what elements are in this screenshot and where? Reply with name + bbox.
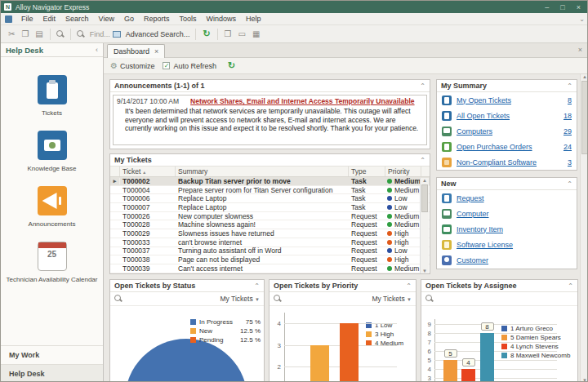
summary-item-link[interactable]: My Open Tickets xyxy=(457,96,511,104)
new-item-request[interactable]: Request xyxy=(437,190,577,206)
priority-label: Medium xyxy=(394,212,419,220)
sidebar-item-technician-availability-calendar[interactable]: Technician Availability Calendar xyxy=(1,242,103,283)
summary-item-computers[interactable]: Computers29 xyxy=(437,123,577,139)
menu-item-reports[interactable]: Reports xyxy=(139,14,175,24)
summary-item-link[interactable]: Computers xyxy=(457,127,492,135)
new-item-customer[interactable]: Customer xyxy=(437,252,577,268)
new-item-link[interactable]: Request xyxy=(457,194,484,202)
column-header-priority[interactable]: Priority xyxy=(385,167,421,176)
minimize-button[interactable]: – xyxy=(545,3,549,11)
menu-item-view[interactable]: View xyxy=(94,14,119,24)
summary-item-non-compliant-software[interactable]: Non-Compliant Software3 xyxy=(437,154,577,170)
menu-item-tools[interactable]: Tools xyxy=(174,14,201,24)
column-header-ticket[interactable]: Ticket▴ xyxy=(120,167,176,176)
tab-dashboard[interactable]: Dashboard × xyxy=(107,44,165,58)
collapse-icon[interactable]: ⌃ xyxy=(567,82,572,90)
menu-item-search[interactable]: Search xyxy=(60,14,94,24)
paste-icon[interactable]: ▤ xyxy=(32,28,46,40)
new-item-computer[interactable]: Computer xyxy=(437,206,577,221)
new-item-link[interactable]: Computer xyxy=(457,210,489,218)
sidebar-item-announcements[interactable]: Announcements xyxy=(1,186,103,228)
table-row[interactable]: T000004Prepare server room for Titan Ser… xyxy=(110,186,430,195)
table-row[interactable]: T000033can't browse internetRequestHigh xyxy=(110,238,430,247)
summary-item-link[interactable]: Non-Compliant Software xyxy=(457,158,537,167)
table-row[interactable]: T000038Page can not be displayedRequestH… xyxy=(110,255,430,264)
announcement-title-link[interactable]: Network Shares, Email and Internet Acces… xyxy=(190,97,414,105)
table-scrollbar[interactable]: ▲▼ xyxy=(420,178,429,273)
scrollbar-thumb[interactable] xyxy=(581,81,588,154)
table-row[interactable]: ▸T000002Backup Titan server prior to mov… xyxy=(110,177,430,186)
window-view-icon[interactable]: ▦ xyxy=(249,28,263,40)
new-item-link[interactable]: Customer xyxy=(457,256,488,264)
summary-item-count[interactable]: 24 xyxy=(564,143,572,151)
close-button[interactable]: × xyxy=(577,3,581,11)
sidebar-tab-my-work[interactable]: My Work xyxy=(1,345,103,364)
menu-item-edit[interactable]: Edit xyxy=(38,14,61,24)
summary-item-link[interactable]: All Open Tickets xyxy=(457,112,510,120)
collapse-icon[interactable]: ‹ xyxy=(96,46,98,54)
status-filter-dropdown[interactable]: My Tickets ▼ xyxy=(220,295,260,303)
summary-item-open-purchase-orders[interactable]: Open Purchase Orders24 xyxy=(437,139,577,154)
summary-item-count[interactable]: 3 xyxy=(568,158,572,167)
preview-icon[interactable] xyxy=(56,30,65,38)
sidebar-item-knowledge-base[interactable]: Knowledge Base xyxy=(1,131,103,172)
summary-item-count[interactable]: 18 xyxy=(564,112,572,120)
table-row[interactable]: T000039Can't access internetRequestMediu… xyxy=(110,264,430,273)
summary-item-count[interactable]: 29 xyxy=(564,127,572,135)
summary-item-all-open-tickets[interactable]: All Open Tickets18 xyxy=(437,108,577,123)
collapse-icon[interactable]: ⌃ xyxy=(406,282,412,290)
status-chart-panel: Open Tickets by Status ⌃ My Tickets ▼ In… xyxy=(109,279,265,382)
column-header-type[interactable]: Type xyxy=(349,167,385,176)
content-scrollbar[interactable]: ▲▼ xyxy=(580,74,588,382)
collapse-icon[interactable]: ⌃ xyxy=(567,180,572,188)
sidebar-item-tickets[interactable]: Tickets xyxy=(1,75,103,117)
cell-type: Request xyxy=(349,220,385,229)
column-header-summary[interactable]: Summary xyxy=(176,167,349,176)
cut-icon[interactable]: ✂ xyxy=(5,28,18,40)
maximize-button[interactable]: □ xyxy=(560,3,564,11)
search-icon[interactable] xyxy=(274,295,282,303)
priority-label: Medium xyxy=(394,220,419,229)
refresh-icon[interactable]: ↻ xyxy=(225,60,238,71)
collapse-icon[interactable]: ⌃ xyxy=(420,157,425,164)
priority-filter-dropdown[interactable]: My Tickets ▼ xyxy=(372,295,412,303)
table-row[interactable]: T000028Machine slowness again!RequestMed… xyxy=(110,220,430,229)
my-summary-header: My Summary xyxy=(441,82,487,90)
new-item-link[interactable]: Inventory Item xyxy=(457,225,503,233)
collapse-icon[interactable]: ⌃ xyxy=(568,282,573,290)
table-row[interactable]: T000007Replace LaptopTaskLow xyxy=(110,203,430,212)
customize-button[interactable]: Customize xyxy=(120,62,155,70)
announcement-date: 9/14/2017 10:00 AM xyxy=(117,97,179,105)
menu-item-go[interactable]: Go xyxy=(119,14,139,24)
search-icon[interactable] xyxy=(114,295,122,303)
binoculars-icon[interactable] xyxy=(77,30,85,38)
menu-item-file[interactable]: File xyxy=(16,14,38,24)
new-item-link[interactable]: Software License xyxy=(457,241,513,249)
summary-item-my-open-tickets[interactable]: My Open Tickets8 xyxy=(437,92,577,108)
table-row[interactable]: T000037Turning auto assistant off in Wor… xyxy=(110,247,430,256)
new-item-inventory-item[interactable]: Inventory Item xyxy=(437,221,577,237)
table-row[interactable]: T000026New computer slownessRequestMediu… xyxy=(110,212,430,221)
tab-close-icon[interactable]: × xyxy=(154,47,158,56)
close-pane-icon[interactable]: × xyxy=(578,46,582,54)
menu-item-help[interactable]: Help xyxy=(241,14,266,24)
sidebar-tab-help-desk[interactable]: Help Desk xyxy=(1,364,103,382)
find-button[interactable]: Find... xyxy=(87,30,113,38)
window-split-icon[interactable]: ▭ xyxy=(235,28,249,40)
window-layout-icon[interactable]: ❒ xyxy=(221,28,235,40)
new-item-software-license[interactable]: Software License xyxy=(437,237,577,252)
table-row[interactable]: T000029Slowness issues have returnedRequ… xyxy=(110,229,430,238)
scrollbar-thumb[interactable] xyxy=(421,184,428,212)
advanced-search-button[interactable]: Advanced Search... xyxy=(123,30,193,38)
summary-item-count[interactable]: 8 xyxy=(568,96,572,104)
menu-item-windows[interactable]: Windows xyxy=(201,14,241,24)
chevron-down-icon[interactable]: ⌄ xyxy=(579,16,588,23)
search-icon[interactable] xyxy=(425,295,434,303)
collapse-icon[interactable]: ⌃ xyxy=(420,82,425,90)
table-row[interactable]: T000006Replace LaptopTaskLow xyxy=(110,194,430,203)
refresh-icon[interactable]: ↻ xyxy=(199,29,213,39)
copy-icon[interactable]: ❐ xyxy=(18,28,32,40)
collapse-icon[interactable]: ⌃ xyxy=(254,282,260,290)
summary-item-link[interactable]: Open Purchase Orders xyxy=(457,143,532,151)
auto-refresh-checkbox[interactable]: ✓ xyxy=(163,62,170,69)
